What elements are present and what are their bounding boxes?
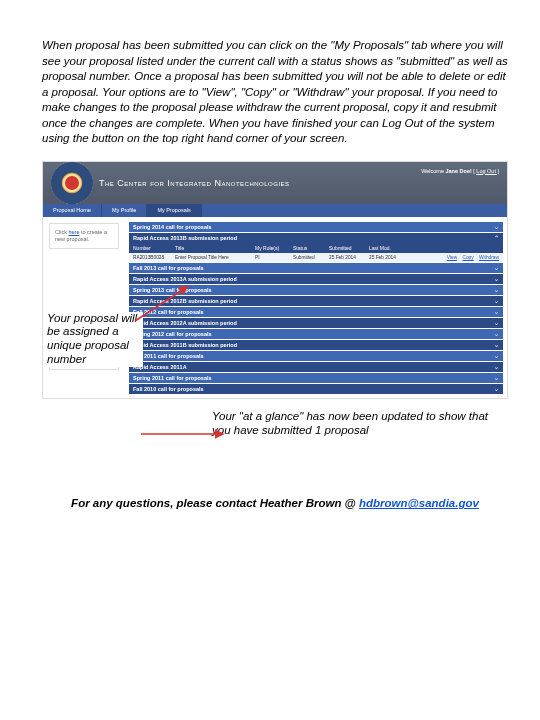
chevron-down-icon: ⌄	[494, 331, 499, 337]
cell-status: Submitted	[293, 255, 329, 260]
tab-my-proposals[interactable]: My Proposals	[147, 204, 201, 217]
col-lastmod: Last Mod.	[369, 245, 411, 251]
chevron-down-icon: ⌄	[494, 265, 499, 271]
chevron-up-icon: ⌃	[494, 235, 499, 241]
cell-title: Enter Proposal Title Here	[175, 255, 255, 260]
tab-bar: Proposal Home My Profile My Proposals	[43, 204, 507, 217]
chevron-down-icon: ⌄	[494, 276, 499, 282]
welcome-block: Welcome Jane Doe! [ Log Out ]	[421, 168, 499, 174]
bar-ra-2011b[interactable]: Rapid Access 2011B submission period⌄	[129, 340, 503, 350]
cell-number: RA2013B0028	[133, 255, 175, 260]
cell-submitted: 25 Feb 2014	[329, 255, 369, 260]
bar-spring-2012[interactable]: Spring 2012 call for proposals⌄	[129, 329, 503, 339]
col-role: My Role(s)	[255, 245, 293, 251]
bar-fall-2013[interactable]: Fall 2013 call for proposals⌄	[129, 263, 503, 273]
copy-link[interactable]: Copy	[462, 255, 473, 260]
bar-fall-2011[interactable]: Fall 2011 call for proposals⌄	[129, 351, 503, 361]
col-status: Status	[293, 245, 329, 251]
withdraw-link[interactable]: Withdraw	[479, 255, 499, 260]
bar-spring-2014[interactable]: Spring 2014 call for proposals⌄	[129, 222, 503, 232]
chevron-down-icon: ⌄	[494, 342, 499, 348]
contact-email-link[interactable]: hdbrown@sandia.gov	[359, 497, 479, 509]
chevron-down-icon: ⌄	[494, 353, 499, 359]
welcome-label: Welcome	[421, 168, 444, 174]
view-link[interactable]: View	[447, 255, 457, 260]
col-submitted: Submitted	[329, 245, 369, 251]
chevron-down-icon: ⌄	[494, 320, 499, 326]
app-screenshot: The Center for Integrated Nanotechnologi…	[42, 161, 508, 399]
bar-ra-2011a[interactable]: Rapid Access 2011A⌄	[129, 362, 503, 372]
bar-ra-2013b[interactable]: Rapid Access 2013B submission period⌃	[129, 233, 503, 243]
annotation-at-a-glance: Your "at a glance" has now been updated …	[212, 409, 502, 438]
table-header: Number Title My Role(s) Status Submitted…	[129, 243, 503, 253]
cell-lastmod: 25 Feb 2014	[369, 255, 411, 260]
annotation-proposal-number: Your proposal will be assigned a unique …	[47, 312, 143, 367]
chevron-down-icon: ⌄	[494, 364, 499, 370]
footer-pre: For any questions, please contact Heathe…	[71, 497, 359, 509]
footer-contact: For any questions, please contact Heathe…	[42, 497, 508, 509]
arrow-icon	[135, 283, 195, 323]
chevron-down-icon: ⌄	[494, 298, 499, 304]
bar-fall-2010[interactable]: Fall 2010 call for proposals⌄	[129, 384, 503, 394]
cell-role: PI	[255, 255, 293, 260]
logout-link[interactable]: [ Log Out ]	[473, 168, 499, 174]
bar-spring-2011[interactable]: Spring 2011 call for proposals⌄	[129, 373, 503, 383]
chevron-down-icon: ⌄	[494, 309, 499, 315]
table-row: RA2013B0028 Enter Proposal Title Here PI…	[129, 253, 503, 262]
user-name: Jane Doe!	[445, 168, 471, 174]
create-proposal-link[interactable]: here	[68, 229, 79, 235]
app-header: The Center for Integrated Nanotechnologi…	[43, 162, 507, 204]
chevron-down-icon: ⌄	[494, 287, 499, 293]
svg-line-0	[135, 287, 187, 321]
tab-my-profile[interactable]: My Profile	[102, 204, 147, 217]
sidebar: Click here to create a new proposal. AT …	[43, 217, 125, 398]
chevron-down-icon: ⌄	[494, 224, 499, 230]
app-title: The Center for Integrated Nanotechnologi…	[99, 178, 290, 188]
cint-seal-icon	[51, 162, 93, 204]
tab-proposal-home[interactable]: Proposal Home	[43, 204, 102, 217]
create-pre: Click	[55, 229, 68, 235]
chevron-down-icon: ⌄	[494, 375, 499, 381]
chevron-down-icon: ⌄	[494, 386, 499, 392]
col-number: Number	[133, 245, 175, 251]
create-proposal-card: Click here to create a new proposal.	[49, 223, 119, 249]
intro-text: When proposal has been submitted you can…	[42, 38, 508, 147]
arrow-icon	[137, 422, 225, 442]
col-title: Title	[175, 245, 255, 251]
